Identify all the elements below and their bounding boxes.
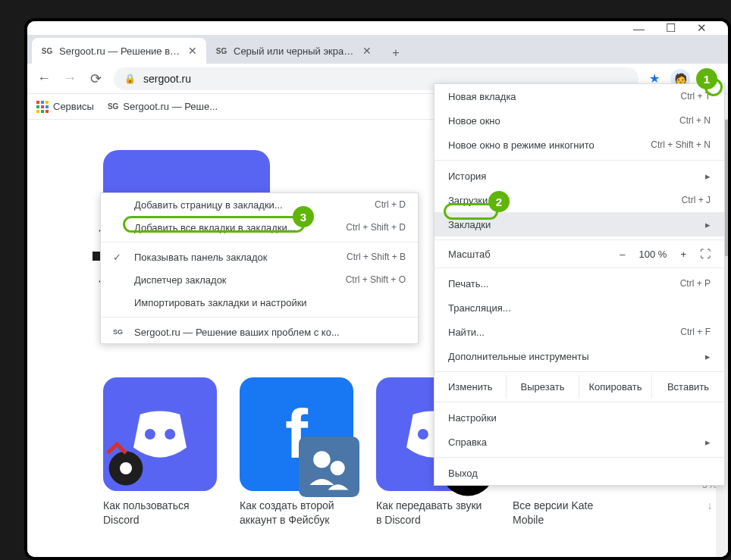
card-title: Все версии Kate Mobile	[513, 499, 626, 527]
zoom-value: 100 %	[639, 249, 667, 260]
people-overlay-icon	[299, 436, 359, 497]
zoom-out-button[interactable]: –	[620, 249, 625, 260]
submenu-arrow-icon: ▸	[705, 171, 711, 182]
menu-separator	[435, 402, 724, 402]
annotation-ring-3	[123, 216, 305, 233]
menu-find[interactable]: Найти...Ctrl + F	[435, 320, 724, 344]
submenu-manager[interactable]: Диспетчер закладокCtrl + Shift + O	[101, 268, 418, 291]
bookmark-label: Sergoot.ru — Реше...	[123, 101, 218, 112]
bookmark-item[interactable]: SG Sergoot.ru — Реше...	[108, 101, 218, 112]
tab-inactive[interactable]: SG Серый или черный экран при з ✕	[206, 38, 381, 64]
submenu-show-bar[interactable]: ✓Показывать панель закладокCtrl + Shift …	[101, 246, 418, 268]
menu-separator	[435, 239, 724, 240]
zoom-label: Масштаб	[448, 249, 491, 260]
menu-new-window[interactable]: Новое окноCtrl + N	[435, 108, 724, 133]
svg-point-16	[331, 461, 345, 475]
svg-point-11	[165, 429, 175, 440]
menu-separator	[435, 457, 724, 458]
reload-button[interactable]: ⟳	[88, 70, 103, 87]
tab-title: Серый или черный экран при з	[234, 45, 356, 57]
apps-label: Сервисы	[53, 101, 94, 112]
annotation-badge-3: 3	[293, 206, 314, 227]
browser-window: — ☐ ✕ SG Sergoot.ru — Решение ваших пр ✕…	[24, 18, 731, 560]
tab-strip: SG Sergoot.ru — Решение ваших пр ✕ SG Се…	[27, 35, 728, 64]
menu-new-tab[interactable]: Новая вкладкаCtrl + T	[435, 84, 724, 108]
submenu-add-page[interactable]: Добавить страницу в закладки...Ctrl + D	[101, 193, 418, 216]
menu-separator	[435, 371, 724, 372]
card-discord[interactable]: Как пользоваться Discord	[103, 377, 217, 527]
menu-help[interactable]: Справка▸	[435, 430, 724, 454]
submenu-import[interactable]: Импортировать закладки и настройки	[101, 291, 418, 314]
scroll-down-icon[interactable]: ↓	[707, 499, 712, 512]
minimize-button[interactable]: —	[633, 22, 645, 35]
favicon-icon: SG	[108, 102, 118, 111]
favicon-icon: SG	[41, 45, 53, 57]
svg-rect-14	[299, 436, 359, 497]
card-image: f	[240, 377, 353, 491]
check-icon: ✓	[113, 252, 125, 263]
tab-close-icon[interactable]: ✕	[362, 45, 372, 57]
menu-history[interactable]: История▸	[435, 164, 724, 188]
svg-point-17	[418, 429, 428, 440]
favicon-icon: SG	[215, 45, 227, 57]
submenu-arrow-icon: ▸	[705, 219, 711, 230]
forward-button: →	[62, 70, 77, 86]
annotation-badge-2: 2	[488, 191, 510, 212]
edit-label: Изменить	[435, 375, 507, 399]
paste-button[interactable]: Вставить	[652, 375, 724, 399]
menu-more-tools[interactable]: Дополнительные инструменты▸	[435, 344, 724, 368]
card-title: Как пользоваться Discord	[103, 499, 217, 527]
card-image	[103, 377, 217, 491]
tab-close-icon[interactable]: ✕	[188, 45, 197, 57]
url-text: sergoot.ru	[143, 73, 191, 85]
card-facebook[interactable]: f Как создать второй аккаунт в Фейсбук	[240, 377, 353, 527]
card-title: Как создать второй аккаунт в Фейсбук	[240, 499, 353, 527]
close-button[interactable]: ✕	[697, 21, 707, 35]
cut-button[interactable]: Вырезать	[507, 375, 579, 399]
card-title: Как передавать звуки в Discord	[376, 499, 490, 527]
lock-icon: 🔒	[124, 74, 136, 84]
submenu-arrow-icon: ▸	[705, 351, 711, 362]
submenu-bookmark-item[interactable]: SGSergoot.ru — Решение ваших проблем с к…	[101, 321, 418, 343]
menu-cast[interactable]: Трансляция...	[435, 296, 724, 320]
tab-active[interactable]: SG Sergoot.ru — Решение ваших пр ✕	[32, 38, 206, 64]
main-menu: Новая вкладкаCtrl + T Новое окноCtrl + N…	[434, 83, 725, 486]
gear-overlay-icon	[96, 438, 156, 499]
menu-exit[interactable]: Выход	[435, 461, 724, 485]
svg-point-15	[313, 451, 330, 468]
zoom-in-button[interactable]: +	[680, 249, 686, 260]
menu-separator	[101, 242, 418, 242]
svg-point-13	[120, 462, 132, 474]
favicon-icon: SG	[113, 328, 125, 336]
apps-icon	[36, 101, 49, 113]
window-controls: — ☐ ✕	[27, 21, 728, 35]
menu-edit-row: Изменить Вырезать Копировать Вставить	[435, 375, 724, 399]
tab-title: Sergoot.ru — Решение ваших пр	[59, 45, 182, 57]
back-button[interactable]: ←	[36, 70, 52, 86]
menu-separator	[435, 160, 724, 161]
menu-zoom: Масштаб – 100 % + ⛶	[435, 243, 724, 264]
menu-incognito[interactable]: Новое окно в режиме инкогнитоCtrl + Shif…	[435, 133, 724, 157]
bookmarks-submenu: Добавить страницу в закладки...Ctrl + D …	[100, 192, 419, 344]
menu-separator	[101, 317, 418, 318]
apps-shortcut[interactable]: Сервисы	[36, 101, 94, 113]
menu-print[interactable]: Печать...Ctrl + P	[435, 271, 724, 296]
menu-settings[interactable]: Настройки	[435, 405, 724, 430]
new-tab-button[interactable]: +	[385, 42, 406, 64]
submenu-arrow-icon: ▸	[705, 436, 711, 448]
annotation-badge-1: 1	[696, 68, 717, 89]
menu-separator	[435, 267, 724, 268]
copy-button[interactable]: Копировать	[579, 375, 652, 399]
maximize-button[interactable]: ☐	[666, 21, 676, 35]
fullscreen-icon[interactable]: ⛶	[700, 248, 711, 260]
